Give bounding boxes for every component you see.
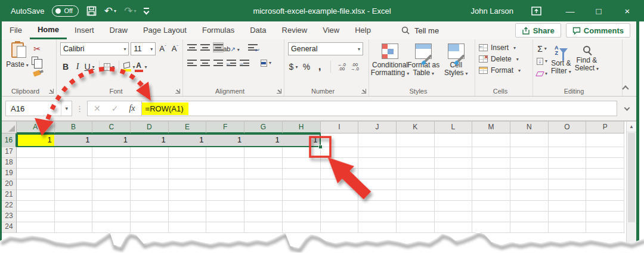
cell-L17[interactable] xyxy=(435,147,473,158)
enter-icon[interactable]: ✓ xyxy=(112,104,119,113)
cell-G21[interactable] xyxy=(244,190,283,201)
cell-I20[interactable] xyxy=(321,179,359,190)
cell-J24[interactable] xyxy=(358,222,397,233)
cell-styles-button[interactable]: Cell Styles xyxy=(440,42,473,86)
cell-P24[interactable] xyxy=(586,222,624,233)
cell-O18[interactable] xyxy=(549,158,587,169)
autosave-toggle[interactable]: Off xyxy=(52,5,78,17)
cell-L20[interactable] xyxy=(435,179,473,190)
cell-K16[interactable] xyxy=(397,133,435,147)
cell-D18[interactable] xyxy=(131,158,169,169)
cell-G23[interactable] xyxy=(244,212,283,222)
borders-button[interactable] xyxy=(104,62,114,72)
wrap-text-button[interactable]: ↩ xyxy=(247,42,258,52)
cell-D17[interactable] xyxy=(131,147,169,158)
cell-O16[interactable] xyxy=(549,133,587,147)
cell-H19[interactable] xyxy=(283,169,321,179)
cell-P20[interactable] xyxy=(586,179,624,190)
sort-and-filter-button[interactable]: AZ Sort & Filter xyxy=(551,42,571,86)
cell-G24[interactable] xyxy=(244,222,283,233)
cell-J21[interactable] xyxy=(358,190,397,201)
cell-O24[interactable] xyxy=(549,222,587,233)
copy-button[interactable] xyxy=(32,55,42,66)
format-as-table-button[interactable]: Format as Table xyxy=(407,42,440,86)
cell-F23[interactable] xyxy=(206,212,244,222)
delete-cells-button[interactable]: Delete xyxy=(479,55,530,63)
cell-L23[interactable] xyxy=(435,212,473,222)
cell-C21[interactable] xyxy=(92,190,131,201)
customize-quick-access-toolbar-button[interactable] xyxy=(144,8,149,14)
cell-N16[interactable] xyxy=(510,133,549,147)
cell-row16-0[interactable]: 1 xyxy=(55,133,93,147)
cell-N18[interactable] xyxy=(510,158,549,169)
number-dialog-launcher-icon[interactable] xyxy=(361,89,366,94)
clipboard-dialog-launcher-icon[interactable] xyxy=(49,89,54,94)
cell-L24[interactable] xyxy=(435,222,473,233)
column-header-d[interactable]: D xyxy=(131,122,169,133)
cell-E21[interactable] xyxy=(169,190,207,201)
cell-N19[interactable] xyxy=(510,169,549,179)
cell-A16[interactable]: 1 xyxy=(17,133,55,147)
cell-M17[interactable] xyxy=(472,147,510,158)
cell-P22[interactable] xyxy=(586,201,624,212)
font-dialog-launcher-icon[interactable] xyxy=(175,89,180,94)
cell-A18[interactable] xyxy=(17,158,55,169)
name-box[interactable]: A16 ▾ xyxy=(5,101,72,116)
chevron-down-icon[interactable]: ▾ xyxy=(358,46,360,52)
cell-A21[interactable] xyxy=(17,190,55,201)
cell-K22[interactable] xyxy=(397,201,435,212)
cell-G19[interactable] xyxy=(244,169,283,179)
cell-M22[interactable] xyxy=(472,201,510,212)
column-header-m[interactable]: M xyxy=(472,122,510,133)
cell-D23[interactable] xyxy=(131,212,169,222)
cell-B24[interactable] xyxy=(55,222,93,233)
cell-F24[interactable] xyxy=(206,222,244,233)
cell-N24[interactable] xyxy=(510,222,549,233)
tab-file[interactable]: File xyxy=(2,21,30,39)
ribbon-display-options-button[interactable] xyxy=(531,7,541,15)
cell-I23[interactable] xyxy=(321,212,359,222)
cell-M16[interactable] xyxy=(472,133,510,147)
cell-K19[interactable] xyxy=(397,169,435,179)
cell-row16-3[interactable]: 1 xyxy=(169,133,207,147)
cell-N20[interactable] xyxy=(510,179,549,190)
cell-O20[interactable] xyxy=(549,179,587,190)
cell-C22[interactable] xyxy=(92,201,131,212)
autosum-button[interactable]: Σ xyxy=(537,44,547,54)
cell-G20[interactable] xyxy=(244,179,283,190)
column-header-a[interactable]: A xyxy=(17,122,55,133)
cell-H20[interactable] xyxy=(283,179,321,190)
cell-P16[interactable] xyxy=(586,133,624,147)
cell-D22[interactable] xyxy=(131,201,169,212)
cell-row16-5[interactable]: 1 xyxy=(244,133,283,147)
chevron-down-icon[interactable]: ▾ xyxy=(61,101,72,116)
cell-row16-1[interactable]: 1 xyxy=(92,133,131,147)
cell-D19[interactable] xyxy=(131,169,169,179)
cell-I16[interactable] xyxy=(321,133,359,147)
cell-N21[interactable] xyxy=(510,190,549,201)
cell-N23[interactable] xyxy=(510,212,549,222)
align-left-button[interactable] xyxy=(187,58,197,68)
bottom-align-button[interactable] xyxy=(213,42,224,52)
cell-J22[interactable] xyxy=(358,201,397,212)
tell-me-search[interactable]: Tell me xyxy=(401,26,439,35)
cell-N22[interactable] xyxy=(510,201,549,212)
cancel-icon[interactable]: ✕ xyxy=(94,104,101,113)
tab-home[interactable]: Home xyxy=(30,21,67,39)
find-and-select-button[interactable]: Find & Select xyxy=(575,42,599,86)
cell-M18[interactable] xyxy=(472,158,510,169)
cell-B19[interactable] xyxy=(55,169,93,179)
cell-D21[interactable] xyxy=(131,190,169,201)
cell-K24[interactable] xyxy=(397,222,435,233)
formula-input[interactable]: =ROW(A1) xyxy=(142,101,617,116)
cell-O21[interactable] xyxy=(549,190,587,201)
cell-M19[interactable] xyxy=(472,169,510,179)
comma-style-button[interactable]: , xyxy=(314,62,325,72)
cell-J20[interactable] xyxy=(358,179,397,190)
cell-O23[interactable] xyxy=(549,212,587,222)
underline-button[interactable]: U xyxy=(84,62,95,72)
row-header-20[interactable]: 20 xyxy=(2,179,17,190)
fill-color-button[interactable] xyxy=(123,62,134,72)
cell-C17[interactable] xyxy=(92,147,131,158)
conditional-formatting-button[interactable]: Conditional Formatting xyxy=(373,42,407,86)
